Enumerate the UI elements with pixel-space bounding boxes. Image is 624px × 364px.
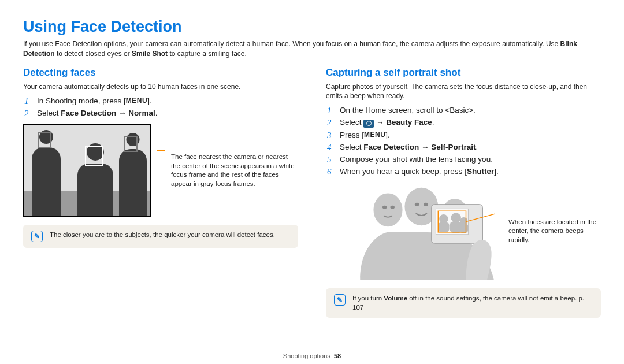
right-step-3: Press [MENU]. [326, 130, 601, 140]
svg-rect-12 [438, 222, 449, 232]
svg-point-4 [390, 206, 395, 209]
detecting-faces-figure [23, 124, 151, 217]
right-step-2: Select → Beauty Face. [326, 117, 601, 128]
svg-point-5 [415, 203, 419, 206]
intro-text: If you use Face Detection options, your … [23, 39, 601, 58]
left-step-2: Select Face Detection → Normal. [23, 108, 298, 118]
page-title: Using Face Detection [23, 16, 601, 37]
left-step-1: In Shooting mode, press [MENU]. [23, 96, 298, 106]
left-sub: Your camera automatically detects up to … [23, 82, 298, 91]
left-column: Detecting faces Your camera automaticall… [23, 66, 298, 318]
note-icon: ✎ [31, 231, 43, 242]
callout-line-icon [157, 150, 165, 151]
camera-icon [363, 120, 374, 128]
right-step-5: Compose your shot with the lens facing y… [326, 154, 601, 165]
right-figure-caption: When faces are located in the center, th… [508, 218, 601, 245]
left-heading: Detecting faces [23, 66, 298, 80]
note-icon: ✎ [334, 294, 346, 306]
menu-icon: MENU [126, 96, 147, 105]
svg-point-13 [451, 213, 460, 223]
page-footer: Shooting options 58 [0, 352, 624, 361]
right-note: ✎ If you turn Volume off in the sound se… [326, 288, 601, 318]
left-note: ✎ The closer you are to the subjects, th… [23, 225, 298, 248]
focus-frame-gray [124, 136, 138, 152]
right-step-4: Select Face Detection → Self-Portrait. [326, 142, 601, 153]
right-step-6: When you hear a quick beep, press [Shutt… [326, 166, 601, 177]
right-step-1: On the Home screen, scroll to <Basic>. [326, 105, 601, 116]
focus-frame-white [85, 146, 103, 166]
svg-point-0 [373, 194, 402, 227]
right-column: Capturing a self portrait shot Capture p… [326, 66, 601, 318]
svg-rect-16 [459, 224, 468, 233]
focus-frame-gray [38, 132, 51, 148]
svg-point-6 [424, 203, 428, 206]
menu-icon: MENU [364, 131, 385, 139]
svg-point-11 [439, 214, 448, 223]
right-sub: Capture photos of yourself. The camera s… [326, 82, 601, 101]
svg-point-3 [382, 206, 387, 209]
left-figure-caption: The face nearest the camera or nearest t… [171, 153, 298, 188]
right-heading: Capturing a self portrait shot [326, 66, 601, 80]
self-portrait-figure [349, 180, 505, 281]
